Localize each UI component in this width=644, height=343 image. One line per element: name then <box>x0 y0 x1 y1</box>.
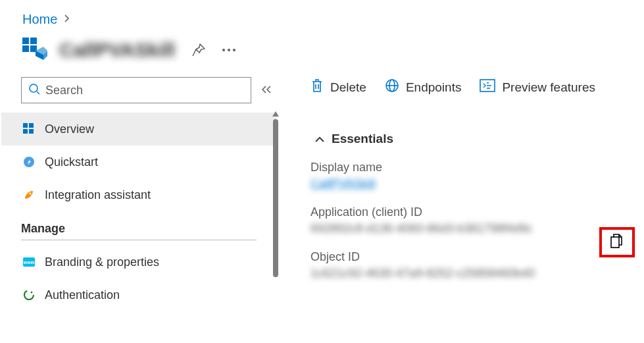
sidebar-item-overview[interactable]: Overview <box>1 113 276 145</box>
breadcrumb-home[interactable]: Home <box>22 12 57 27</box>
object-id-label: Object ID <box>310 250 644 264</box>
branding-icon: www <box>22 255 36 269</box>
globe-icon <box>385 78 399 96</box>
breadcrumb: Home <box>0 0 644 32</box>
svg-point-10 <box>30 84 37 92</box>
collapse-sidebar-button[interactable] <box>260 84 272 97</box>
authentication-icon <box>22 288 36 302</box>
sidebar-item-authentication[interactable]: Authentication <box>1 278 276 311</box>
sidebar-item-label: Authentication <box>45 288 120 302</box>
sidebar-item-quickstart[interactable]: Quickstart <box>1 145 276 178</box>
sidebar-item-branding[interactable]: www Branding & properties <box>1 246 276 278</box>
copy-icon <box>610 233 624 251</box>
more-button[interactable] <box>220 41 238 59</box>
page-title: CallPVASkill <box>59 39 175 61</box>
search-input[interactable] <box>45 84 244 97</box>
sidebar-item-label: Overview <box>45 122 94 136</box>
svg-text:www: www <box>23 260 35 265</box>
chevron-right-icon <box>64 14 70 25</box>
preview-features-button[interactable]: Preview features <box>480 79 595 95</box>
title-row: CallPVASkill <box>0 32 644 77</box>
delete-button[interactable]: Delete <box>310 78 366 96</box>
display-name-value[interactable]: CallPVASkill <box>310 177 644 191</box>
app-id-label: Application (client) ID <box>310 205 644 219</box>
svg-rect-2 <box>22 45 29 52</box>
overview-icon <box>22 122 36 136</box>
sidebar-section-manage: Manage <box>21 211 257 240</box>
svg-rect-14 <box>23 129 28 134</box>
sidebar-item-label: Quickstart <box>45 155 98 169</box>
preview-label: Preview features <box>502 80 595 95</box>
preview-icon <box>480 79 495 95</box>
copy-app-id-button[interactable] <box>599 227 635 257</box>
svg-rect-12 <box>23 123 28 128</box>
chevron-up-icon <box>314 132 325 146</box>
sidebar: Overview Quickstart Integration assistan… <box>0 77 276 328</box>
svg-point-8 <box>228 49 230 51</box>
search-box[interactable] <box>21 77 251 103</box>
pin-button[interactable] <box>189 41 208 59</box>
main-content: Delete Endpoints Preview features Es <box>276 77 644 328</box>
endpoints-label: Endpoints <box>406 80 462 95</box>
sidebar-item-label: Branding & properties <box>45 255 159 269</box>
app-id-value: 692892c8-d136-4060-86d3-b381798f4d9c <box>310 222 644 236</box>
essentials-header-label: Essentials <box>332 132 393 146</box>
endpoints-button[interactable]: Endpoints <box>385 78 462 96</box>
app-registration-icon <box>22 38 47 63</box>
svg-point-17 <box>30 193 32 195</box>
trash-icon <box>310 78 324 96</box>
svg-rect-15 <box>29 129 34 134</box>
svg-point-7 <box>222 49 225 51</box>
svg-line-11 <box>37 92 39 94</box>
svg-rect-0 <box>22 38 29 44</box>
quickstart-icon <box>22 155 36 169</box>
object-id-value: 1c621c92-4630-47a9-8252-c25858460b40 <box>310 267 644 280</box>
rocket-icon <box>22 188 36 201</box>
svg-rect-13 <box>29 123 34 128</box>
display-name-label: Display name <box>310 161 644 174</box>
essentials-toggle[interactable]: Essentials <box>310 132 644 146</box>
sidebar-item-label: Integration assistant <box>45 188 151 202</box>
svg-point-9 <box>233 49 235 51</box>
delete-label: Delete <box>330 80 366 95</box>
search-icon <box>28 83 40 97</box>
svg-rect-1 <box>30 38 37 44</box>
sidebar-item-integration-assistant[interactable]: Integration assistant <box>1 178 276 211</box>
svg-rect-25 <box>611 237 619 248</box>
